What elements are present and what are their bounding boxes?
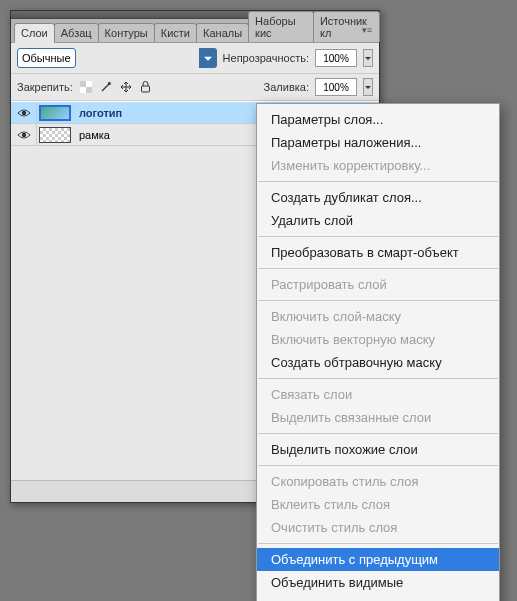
tab-1[interactable]: Абзац: [54, 23, 99, 42]
menu-item[interactable]: Параметры слоя...: [257, 108, 499, 131]
svg-point-5: [21, 110, 25, 114]
visibility-toggle[interactable]: [11, 102, 37, 123]
layer-context-menu: Параметры слоя...Параметры наложения...И…: [256, 103, 500, 601]
menu-item: Очистить стиль слоя: [257, 516, 499, 539]
menu-item[interactable]: Создать дубликат слоя...: [257, 186, 499, 209]
menu-separator: [258, 181, 498, 182]
svg-rect-1: [86, 87, 92, 93]
visibility-toggle[interactable]: [11, 124, 37, 145]
menu-item[interactable]: Объединить с предыдущим: [257, 548, 499, 571]
tab-0[interactable]: Слои: [14, 23, 55, 43]
tab-4[interactable]: Каналы: [196, 23, 249, 42]
menu-item: Включить векторную маску: [257, 328, 499, 351]
svg-point-6: [21, 132, 25, 136]
menu-item[interactable]: Выполнить сведение: [257, 594, 499, 601]
lock-position-icon[interactable]: [119, 80, 133, 94]
menu-separator: [258, 236, 498, 237]
tab-5[interactable]: Наборы кис: [248, 11, 314, 42]
lock-all-icon[interactable]: [139, 80, 153, 94]
menu-separator: [258, 543, 498, 544]
layer-thumbnail[interactable]: [37, 124, 73, 145]
blend-row: Обычные Непрозрачность:: [11, 43, 379, 74]
opacity-label: Непрозрачность:: [223, 52, 309, 64]
lock-pixels-icon[interactable]: [99, 80, 113, 94]
fill-label: Заливка:: [264, 81, 309, 93]
blend-mode-select[interactable]: Обычные: [17, 48, 76, 68]
fill-stepper[interactable]: [363, 78, 373, 96]
tab-3[interactable]: Кисти: [154, 23, 197, 42]
menu-item[interactable]: Создать обтравочную маску: [257, 351, 499, 374]
lock-label: Закрепить:: [17, 81, 73, 93]
svg-rect-0: [80, 81, 86, 87]
menu-item: Скопировать стиль слоя: [257, 470, 499, 493]
menu-separator: [258, 378, 498, 379]
menu-item[interactable]: Объединить видимые: [257, 571, 499, 594]
menu-item[interactable]: Преобразовать в смарт-объект: [257, 241, 499, 264]
menu-separator: [258, 433, 498, 434]
tab-2[interactable]: Контуры: [98, 23, 155, 42]
svg-rect-4: [142, 86, 150, 92]
fill-input[interactable]: [315, 78, 357, 96]
menu-item: Связать слои: [257, 383, 499, 406]
menu-separator: [258, 268, 498, 269]
menu-item[interactable]: Выделить похожие слои: [257, 438, 499, 461]
lock-row: Закрепить: Заливка:: [11, 74, 379, 101]
opacity-input[interactable]: [315, 49, 357, 67]
menu-item[interactable]: Удалить слой: [257, 209, 499, 232]
svg-rect-2: [86, 81, 92, 87]
menu-item: Включить слой-маску: [257, 305, 499, 328]
menu-separator: [258, 465, 498, 466]
menu-item: Вклеить стиль слоя: [257, 493, 499, 516]
panel-menu-icon[interactable]: ▾≡: [359, 23, 375, 37]
panel-tabs: СлоиАбзацКонтурыКистиКаналыНаборы кисИст…: [11, 19, 379, 43]
menu-item: Изменить корректировку...: [257, 154, 499, 177]
menu-item: Растрировать слой: [257, 273, 499, 296]
lock-transparency-icon[interactable]: [79, 80, 93, 94]
menu-separator: [258, 300, 498, 301]
menu-item: Выделить связанные слои: [257, 406, 499, 429]
opacity-stepper[interactable]: [363, 49, 373, 67]
layer-thumbnail[interactable]: [37, 102, 73, 123]
svg-rect-3: [80, 87, 86, 93]
menu-item[interactable]: Параметры наложения...: [257, 131, 499, 154]
